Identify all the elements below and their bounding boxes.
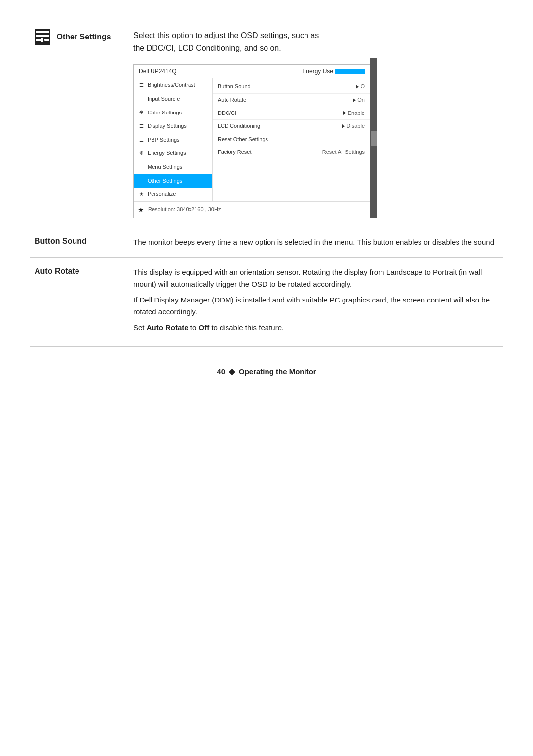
color-icon: ❋ — [138, 109, 145, 116]
osd-body: ☰ Brightness/Contrast Input Sourc e ❋ Co… — [134, 78, 370, 201]
personalize-label: Personalize — [148, 190, 176, 199]
brightness-icon: ☰ — [138, 82, 145, 89]
button-sound-label-cell: Button Sound — [30, 227, 128, 258]
osd-menu-menusettings[interactable]: Menu Settings — [134, 160, 212, 174]
other-settings-icon — [35, 29, 50, 45]
display-icon: ☰ — [138, 123, 145, 130]
button-sound-row-value: O — [356, 82, 365, 91]
factory-reset-row-label: Factory Reset — [218, 148, 251, 157]
osd-menu-color[interactable]: ❋ Color Settings — [134, 106, 212, 120]
osd-menu: ☰ Brightness/Contrast Input Sourc e ❋ Co… — [134, 78, 213, 201]
energy-label: Energy Use — [302, 67, 333, 76]
osd-menu-brightness[interactable]: ☰ Brightness/Contrast — [134, 78, 212, 92]
osd-footer-star: ★ — [138, 204, 144, 215]
osd-content: Button Sound O Auto Rotate On — [213, 78, 370, 201]
arrow-right-icon2 — [353, 98, 356, 102]
other-menu-label: Other Settings — [148, 177, 182, 186]
ddcci-row-label: DDC/CI — [218, 109, 236, 118]
other-menu-icon — [138, 177, 145, 184]
desc3-bold2: Off — [199, 323, 210, 332]
osd-menu-pbp[interactable]: ⚌ PBP Settings — [134, 133, 212, 147]
osd-menu-display[interactable]: ☰ Display Settings — [134, 119, 212, 133]
intro-line2: the DDC/CI, LCD Conditioning, and so on. — [133, 44, 281, 52]
osd-title: Dell UP2414Q — [139, 67, 177, 76]
button-sound-description: The monitor beeps every time a new optio… — [133, 238, 496, 246]
arrow-right-icon3 — [343, 111, 346, 115]
svg-rect-0 — [36, 31, 49, 33]
energy-icon: ❋ — [138, 150, 145, 157]
desc3-mid: to — [189, 323, 199, 332]
osd-row-reset-other: Reset Other Settings — [213, 133, 370, 147]
button-sound-row-label: Button Sound — [218, 82, 251, 91]
page-footer: 40 ◆ Operating the Monitor — [30, 367, 503, 376]
auto-rotate-desc2: If Dell Display Manager (DDM) is install… — [133, 294, 498, 318]
osd-header: Dell UP2414Q Energy Use — [134, 65, 370, 78]
arrow-right-icon4 — [342, 124, 345, 128]
desc3-bold1: Auto Rotate — [147, 323, 189, 332]
intro-text: Select this option to adjust the OSD set… — [133, 29, 498, 54]
osd-row-auto-rotate: Auto Rotate On — [213, 94, 370, 107]
auto-rotate-label: Auto Rotate — [35, 267, 79, 275]
ddcci-row-value: Enable — [343, 109, 365, 118]
other-settings-desc-cell: Select this option to adjust the OSD set… — [128, 20, 503, 227]
osd-resolution: Resolution: 3840x2160 , 30Hz — [148, 205, 221, 214]
intro-line1: Select this option to adjust the OSD set… — [133, 31, 319, 39]
footer-label: Operating the Monitor — [239, 367, 316, 376]
auto-rotate-row-label: Auto Rotate — [218, 96, 246, 105]
button-sound-row: Button Sound The monitor beeps every tim… — [30, 227, 503, 258]
page-number: 40 — [217, 367, 225, 376]
brightness-label: Brightness/Contrast — [148, 81, 195, 90]
osd-row-button-sound: Button Sound O — [213, 80, 370, 94]
osd-row-empty2 — [213, 168, 370, 177]
desc3-post: to disable this feature. — [209, 323, 284, 332]
energy-bar: Energy Use — [302, 67, 365, 76]
osd-menu-input[interactable]: Input Sourc e — [134, 92, 212, 106]
lcd-row-label: LCD Conditioning — [218, 122, 260, 131]
menu-settings-icon — [138, 164, 145, 171]
auto-rotate-desc-cell: This display is equipped with an orienta… — [128, 258, 503, 347]
lcd-row-value: Disable — [342, 122, 365, 131]
reset-other-row-label: Reset Other Settings — [218, 135, 268, 144]
other-settings-label-cell: Other Settings — [30, 20, 128, 227]
osd-row-factory-reset: Factory Reset Reset All Settings — [213, 146, 370, 159]
main-content-table: Other Settings Select this option to adj… — [30, 20, 503, 347]
osd-row-empty1 — [213, 159, 370, 168]
svg-rect-4 — [41, 38, 43, 42]
footer-diamond-icon: ◆ — [229, 367, 235, 376]
auto-rotate-row: Auto Rotate This display is equipped wit… — [30, 258, 503, 347]
osd-mockup-wrapper: Dell UP2414Q Energy Use ☰ Brightness/Con… — [133, 58, 498, 218]
energy-bar-fill — [335, 69, 365, 74]
arrow-right-icon — [356, 85, 359, 89]
osd-row-ddcci: DDC/CI Enable — [213, 107, 370, 120]
auto-rotate-desc1: This display is equipped with an orienta… — [133, 266, 498, 290]
factory-reset-row-value: Reset All Settings — [322, 148, 365, 157]
button-sound-desc-cell: The monitor beeps every time a new optio… — [128, 227, 503, 258]
other-settings-text: Other Settings — [56, 33, 111, 41]
svg-rect-3 — [44, 39, 49, 41]
osd-scrollbar — [370, 58, 377, 218]
personalize-icon: ★ — [138, 191, 145, 198]
osd-row-empty3 — [213, 177, 370, 186]
input-label: Input Sourc e — [148, 95, 180, 104]
auto-rotate-label-cell: Auto Rotate — [30, 258, 128, 347]
display-label: Display Settings — [148, 122, 187, 131]
pbp-icon: ⚌ — [138, 137, 145, 144]
osd-scrollbar-thumb — [371, 131, 377, 146]
osd-menu-personalize[interactable]: ★ Personalize — [134, 188, 212, 201]
svg-rect-1 — [36, 35, 49, 37]
auto-rotate-desc3: Set Auto Rotate to Off to disable this f… — [133, 322, 498, 334]
other-settings-row: Other Settings Select this option to adj… — [30, 20, 503, 227]
color-label: Color Settings — [148, 109, 182, 117]
osd-mockup: Dell UP2414Q Energy Use ☰ Brightness/Con… — [133, 64, 370, 218]
osd-row-lcd: LCD Conditioning Disable — [213, 120, 370, 133]
auto-rotate-row-value: On — [353, 96, 365, 105]
button-sound-label: Button Sound — [35, 237, 87, 245]
desc3-pre: Set — [133, 323, 147, 332]
osd-menu-other[interactable]: Other Settings — [134, 174, 212, 188]
osd-footer: ★ Resolution: 3840x2160 , 30Hz — [134, 201, 370, 218]
input-icon — [138, 96, 145, 103]
menu-settings-label: Menu Settings — [148, 163, 182, 172]
osd-menu-energy[interactable]: ❋ Energy Settings — [134, 147, 212, 160]
energy-menu-label: Energy Settings — [148, 149, 186, 158]
pbp-label: PBP Settings — [148, 136, 180, 145]
